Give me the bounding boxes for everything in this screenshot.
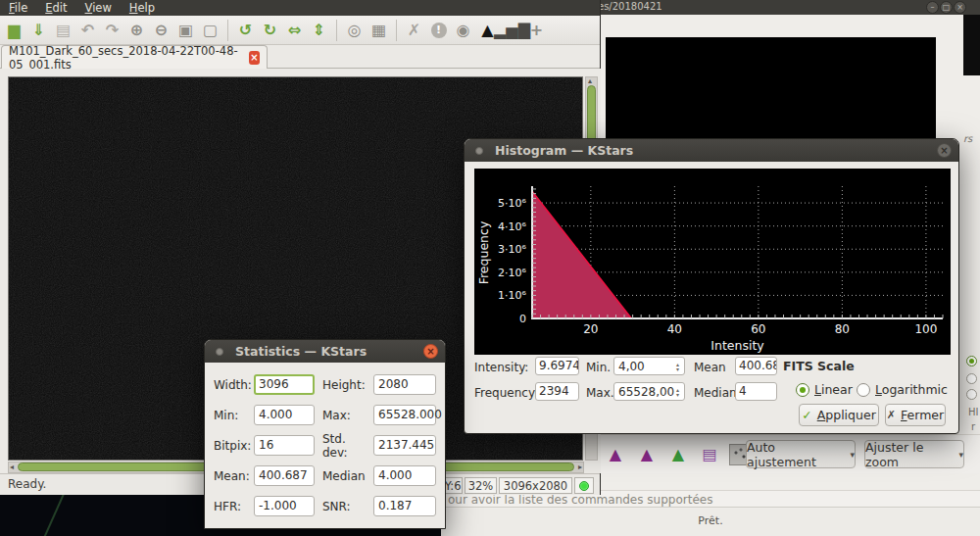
- svg-text:Frequency: Frequency: [476, 220, 491, 284]
- median-field[interactable]: 4: [735, 382, 777, 401]
- statistics-titlebar[interactable]: Statistics — KStars ×: [205, 340, 445, 363]
- fit-to-window-icon: ▢: [203, 21, 218, 39]
- stat-field[interactable]: 400.687: [254, 465, 315, 486]
- menu-view[interactable]: View: [76, 0, 121, 16]
- mean-field[interactable]: 400.687: [735, 357, 777, 375]
- status-led-icon: [579, 481, 589, 491]
- mark-stars-icon[interactable]: ✗: [402, 18, 426, 43]
- statistics-row: Min:4.000Max:65528.000: [214, 405, 436, 425]
- window-menu-icon[interactable]: [475, 147, 483, 155]
- rotate-cw-icon[interactable]: ↻: [258, 18, 282, 43]
- close-icon[interactable]: ×: [937, 143, 952, 158]
- stat-field[interactable]: 16: [254, 435, 315, 456]
- radio-fragment[interactable]: [966, 389, 977, 400]
- fits-scale-label: FITS Scale: [783, 359, 855, 373]
- toolbar-separator: [336, 20, 337, 41]
- stat-field[interactable]: 2080: [373, 374, 436, 395]
- fit-zoom-label: Ajuster le zoom: [865, 440, 952, 469]
- fits-header-icon[interactable]: ▤: [51, 18, 75, 43]
- fits-header-purple-icon[interactable]: ▤: [698, 443, 721, 466]
- zoom-actual-icon[interactable]: ▣: [173, 18, 198, 43]
- zoom-out-icon[interactable]: ⊖: [149, 18, 173, 43]
- close-button[interactable]: ✗ Fermer: [885, 404, 946, 426]
- max-label: Max.: [586, 386, 614, 400]
- stat-field[interactable]: 2137.445: [373, 435, 436, 456]
- chevron-down-icon: ▾: [958, 450, 963, 460]
- median-label: Median: [694, 386, 737, 400]
- pret-status-text: Prêt.: [698, 514, 722, 527]
- max-value[interactable]: 65528,00: [618, 385, 674, 399]
- radio-linear[interactable]: Linear: [796, 382, 853, 397]
- background-window-title: es/20180421: [598, 1, 662, 12]
- x-icon: ✗: [887, 409, 896, 421]
- stat-field[interactable]: 65528.000: [373, 405, 436, 425]
- svg-text:80: 80: [835, 322, 850, 336]
- histogram-titlebar[interactable]: Histogram — KStars ×: [465, 139, 958, 162]
- max-spinbox[interactable]: 65528,00 ▴▾: [613, 382, 685, 401]
- background-bottom-bar: Prêt.: [441, 509, 980, 536]
- min-value[interactable]: 4,00: [618, 360, 645, 373]
- minimize-button[interactable]: –: [926, 1, 939, 14]
- frequency-field[interactable]: 2394: [535, 382, 579, 401]
- save-file-icon[interactable]: ⇓: [26, 18, 51, 43]
- stat-label: Mean:: [214, 469, 254, 483]
- zoom-in-icon[interactable]: ⊕: [124, 18, 149, 43]
- intensity-field[interactable]: 9.69746: [535, 357, 579, 375]
- histogram-icon: ▲: [481, 21, 493, 39]
- pixel-grid-icon: ▦: [371, 21, 386, 39]
- pan-icon: +: [530, 21, 543, 39]
- tab-close-icon[interactable]: ×: [249, 51, 260, 65]
- stat-field[interactable]: 4.000: [254, 405, 315, 425]
- background-dark-region: [963, 15, 980, 75]
- maximize-button[interactable]: □: [940, 1, 953, 14]
- fit-zoom-dropdown[interactable]: Ajuster le zoom ▾: [864, 440, 964, 468]
- stat-label: HFR:: [214, 500, 254, 513]
- toolbar-separator: [227, 20, 228, 41]
- radio-logarithmic[interactable]: Logarithmic: [857, 382, 948, 397]
- svg-text:60: 60: [751, 322, 765, 336]
- mean-label: Mean: [694, 361, 726, 374]
- histogram-chart[interactable]: 2040608010001·10⁶2·10⁶3·10⁶4·10⁶5·10⁶Int…: [474, 169, 951, 355]
- radio-fragment[interactable]: [966, 373, 977, 384]
- rotate-ccw-icon[interactable]: ↺: [233, 18, 258, 43]
- close-window-button[interactable]: ×: [954, 1, 966, 14]
- rotate-ccw-icon: ↺: [239, 21, 252, 39]
- flip-vertical-icon[interactable]: ⇕: [307, 18, 331, 43]
- redo-icon[interactable]: ↷: [100, 18, 124, 43]
- close-icon[interactable]: ×: [423, 344, 438, 359]
- undo-icon[interactable]: ↶: [75, 18, 100, 43]
- intensity-label: Intensity:: [474, 361, 528, 374]
- histogram-color-icon[interactable]: ▲: [666, 443, 690, 466]
- menu-file[interactable]: File: [0, 0, 36, 16]
- center-telescope-icon[interactable]: ◉: [451, 18, 475, 43]
- histogram-clip-icon[interactable]: ▲: [604, 443, 627, 466]
- svg-text:Intensity: Intensity: [710, 338, 764, 353]
- stat-field[interactable]: 3096: [254, 374, 315, 395]
- flip-horizontal-icon[interactable]: ⇔: [282, 18, 307, 43]
- open-file-icon[interactable]: ▆: [2, 18, 26, 43]
- auto-stretch-dropdown[interactable]: Auto ajustement ▾: [746, 440, 856, 468]
- stat-label: Min:: [214, 409, 254, 422]
- stat-field[interactable]: 0.187: [373, 496, 436, 516]
- pan-icon[interactable]: +: [524, 18, 549, 43]
- min-spinbox[interactable]: 4,00 ▴▾: [613, 357, 685, 375]
- toolbar-separator: [396, 20, 397, 41]
- center-crosshair-icon[interactable]: ◎: [342, 18, 367, 43]
- apply-button[interactable]: ✓ Appliquer: [799, 404, 879, 426]
- histogram-purple-icon[interactable]: ▲: [635, 443, 659, 466]
- radio-selected-fragment[interactable]: [966, 356, 977, 366]
- stat-field[interactable]: -1.000: [254, 496, 315, 516]
- tab-fits-file[interactable]: M101_Dark_60_secs_2018-04-22T00-48-05_00…: [1, 45, 268, 69]
- pixel-grid-icon[interactable]: ▦: [367, 18, 391, 43]
- alert-icon[interactable]: !: [426, 18, 451, 43]
- statistics-icon[interactable]: ▂▅▇: [500, 18, 524, 43]
- fit-to-window-icon[interactable]: ▢: [198, 18, 222, 43]
- spinner-arrows-icon[interactable]: ▴▾: [672, 383, 683, 400]
- status-line-text: our avoir la liste des commandes support…: [448, 493, 712, 507]
- spinner-arrows-icon[interactable]: ▴▾: [672, 358, 683, 374]
- center-telescope-icon: ◉: [457, 21, 470, 39]
- window-menu-icon[interactable]: [216, 348, 223, 356]
- stat-field[interactable]: 4.000: [373, 465, 436, 486]
- menu-edit[interactable]: Edit: [36, 0, 75, 16]
- menu-help[interactable]: Help: [121, 0, 164, 16]
